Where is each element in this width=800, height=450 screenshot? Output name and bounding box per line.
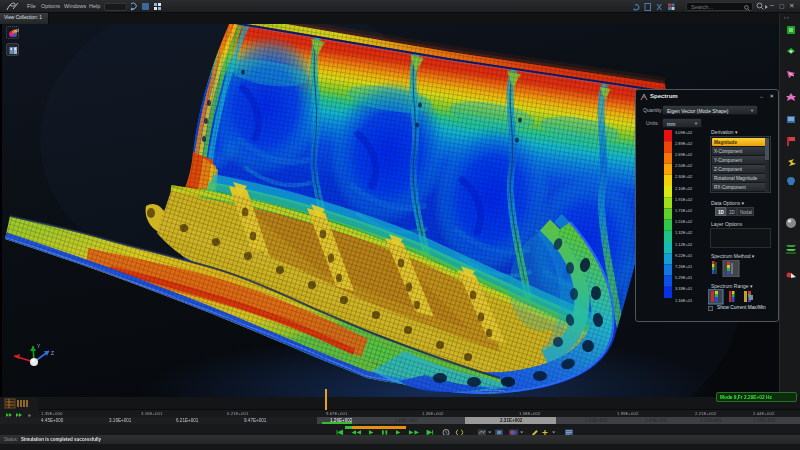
svg-text:1.51E+02: 1.51E+02 — [675, 219, 693, 224]
svg-text:7.26E+01: 7.26E+01 — [675, 264, 693, 269]
svg-text:5.29E+01: 5.29E+01 — [675, 275, 693, 280]
svg-text:1.91E+02: 1.91E+02 — [675, 197, 693, 202]
svg-text:2.30E+02: 2.30E+02 — [675, 174, 693, 179]
svg-text:4X: 4X — [15, 29, 19, 33]
svg-text:2.89E+02: 2.89E+02 — [675, 141, 693, 146]
svg-text:3.09E+02: 3.09E+02 — [675, 130, 693, 135]
svg-text:1.34E+01: 1.34E+01 — [675, 298, 693, 303]
svg-text:1.71E+02: 1.71E+02 — [675, 208, 693, 213]
svg-text:Z: Z — [51, 350, 54, 356]
svg-text:2.50E+02: 2.50E+02 — [675, 163, 693, 168]
svg-text:1.12E+02: 1.12E+02 — [675, 242, 693, 247]
svg-text:2.10E+02: 2.10E+02 — [675, 186, 693, 191]
svg-text:1.32E+02: 1.32E+02 — [675, 230, 693, 235]
svg-text:9.22E+01: 9.22E+01 — [675, 253, 693, 258]
svg-text:2.69E+02: 2.69E+02 — [675, 152, 693, 157]
svg-text:3.33E+01: 3.33E+01 — [675, 286, 693, 291]
